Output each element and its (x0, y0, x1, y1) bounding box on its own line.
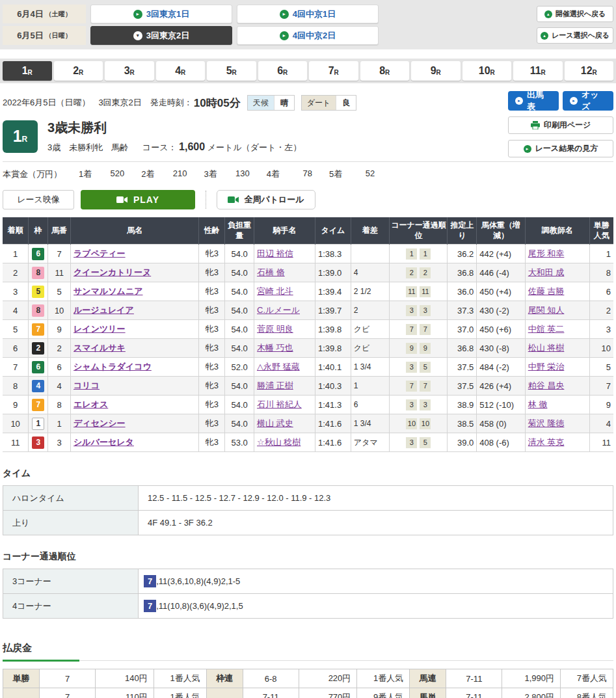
race-tab-8r[interactable]: 8R (360, 61, 410, 81)
frame-number: 7 (29, 396, 48, 414)
back-to-race-select-button[interactable]: ▲ レース選択へ戻る (537, 27, 613, 44)
jockey-name-link[interactable]: 宮崎 北斗 (257, 286, 293, 296)
back-button-label: 開催選択へ戻る (556, 9, 606, 19)
payout-amount: 110円 (96, 688, 154, 698)
course-label: コース： (142, 142, 177, 152)
corner-positions: 11 (390, 245, 448, 263)
finish-position: 5 (3, 320, 29, 339)
back-button-label: レース選択へ戻る (552, 31, 609, 40)
horse-name-link[interactable]: レインツリー (74, 324, 126, 334)
entry-table-button[interactable]: ► 出馬表 (508, 91, 559, 111)
finish-time: 1:39.8 (315, 339, 351, 358)
race-tab-7r[interactable]: 7R (309, 61, 358, 81)
trainer-name-link[interactable]: 佐藤 吉勝 (528, 286, 565, 296)
jockey-name-link[interactable]: C.ルメール (257, 305, 300, 315)
nav-button-chukyo-day1[interactable]: ► 4回中京1日 (237, 5, 379, 23)
finish-position: 3 (3, 282, 29, 301)
jockey-name-link[interactable]: 勝浦 正樹 (257, 381, 293, 390)
race-tab-6r[interactable]: 6R (258, 61, 308, 81)
print-page-button[interactable]: 印刷用ページ (508, 116, 613, 134)
race-tab-9r[interactable]: 9R (411, 61, 461, 81)
combination: 7 (40, 669, 96, 688)
trainer-name-link[interactable]: 林 徹 (528, 399, 548, 409)
finish-time: 1:41.6 (315, 414, 351, 433)
horse-name-link[interactable]: エレオス (74, 399, 108, 409)
trainer-name-link[interactable]: 菊沢 隆徳 (528, 418, 565, 428)
tab-suffix: R (334, 69, 339, 76)
nav-button-tokyo-day1[interactable]: ► 3回東京1日 (90, 5, 232, 23)
patrol-video-button[interactable]: 全周パトロール (217, 190, 315, 209)
jockey-name-link[interactable]: 石橋 脩 (257, 267, 285, 277)
jockey-name-link[interactable]: 木幡 巧也 (257, 343, 293, 353)
race-tabs: 1R2R3R4R5R6R7R8R9R10R11R12R (0, 59, 616, 83)
margin: 1 (351, 377, 390, 396)
col-header-trainer: 調教師名 (525, 217, 589, 245)
jockey-name-link[interactable]: 石川 裕紀人 (257, 399, 302, 409)
jockey-name-link[interactable]: 田辺 裕信 (257, 248, 293, 258)
trainer-name-link[interactable]: 中舘 英二 (528, 324, 565, 334)
race-tab-2r[interactable]: 2R (54, 61, 103, 81)
combination: 7-11 (446, 688, 502, 698)
horse-name-link[interactable]: シャムトラダイコウ (74, 362, 152, 371)
odds-button[interactable]: ► オッズ (563, 91, 613, 111)
margin: 6 (351, 396, 390, 414)
bet-type-label: 複勝 (3, 688, 40, 698)
combination: 6-8 (243, 669, 299, 688)
corner-position-chip: 3 (406, 437, 417, 448)
nav-button-chukyo-day2[interactable]: ► 4回中京2日 (237, 26, 379, 45)
chevron-right-icon: ► (280, 10, 289, 19)
jockey-name-link[interactable]: △永野 猛蔵 (257, 362, 300, 371)
horse-name-link[interactable]: クイーンカトリーヌ (74, 267, 151, 277)
trainer-name-cell: 中野 栄治 (525, 358, 589, 377)
prize-amount: 78 (289, 168, 312, 180)
horse-name-link[interactable]: ルージュレイア (74, 305, 134, 315)
nav-button-label: 4回中京1日 (293, 8, 336, 20)
win-popularity: 1 (589, 245, 613, 263)
body-weight: 426 (+4) (477, 377, 525, 396)
win-popularity: 11 (589, 433, 613, 452)
sex-age: 牝3 (199, 396, 225, 414)
horse-name-link[interactable]: サンマルソムニア (74, 286, 142, 296)
corner-3-value: 7,11(3,6,10,8)(4,9)2,1-5 (139, 569, 613, 594)
jockey-name-link[interactable]: 菅原 明良 (257, 324, 293, 334)
race-tab-5r[interactable]: 5R (207, 61, 256, 81)
horse-name-link[interactable]: シルバーセレタ (74, 437, 134, 447)
last-up-value: 4F 49.1 - 3F 36.2 (139, 511, 613, 535)
results-guide-button[interactable]: ► レース結果の見方 (508, 140, 613, 157)
back-to-meeting-select-button[interactable]: ▲ 開催選択へ戻る (537, 6, 613, 22)
trainer-name-link[interactable]: 大和田 成 (528, 267, 565, 277)
horse-name-link[interactable]: コリコ (74, 381, 100, 390)
trainer-name-link[interactable]: 尾関 知人 (528, 305, 565, 315)
chevron-right-icon: ► (524, 145, 531, 153)
trainer-name-link[interactable]: 松山 将樹 (528, 343, 565, 353)
horse-name-link[interactable]: スマイルサキ (74, 343, 126, 353)
trainer-name-link[interactable]: 中野 栄治 (528, 362, 565, 371)
carried-weight: 54.0 (225, 245, 254, 263)
horse-name-link[interactable]: ディセンシー (74, 418, 126, 428)
date-text: 6月5日 (17, 30, 43, 42)
jockey-name-link[interactable]: 横山 武史 (257, 418, 293, 428)
race-tab-1r[interactable]: 1R (3, 61, 52, 81)
corner-position-chip: 7 (406, 381, 417, 392)
video-row: レース映像 PLAY 全周パトロール (3, 190, 613, 209)
corner-position-chip: 9 (406, 343, 417, 354)
race-tab-12r[interactable]: 12R (565, 61, 614, 81)
race-tab-3r[interactable]: 3R (105, 61, 154, 81)
race-tab-4r[interactable]: 4R (156, 61, 206, 81)
nav-button-tokyo-day2-selected[interactable]: ▼ 3回東京2日 (90, 26, 232, 45)
body-weight: 512 (-10) (477, 396, 525, 414)
horse-name-link[interactable]: ラブペティー (74, 248, 126, 258)
race-tab-10r[interactable]: 10R (462, 61, 512, 81)
play-video-button[interactable]: PLAY (81, 190, 195, 209)
corner-position-chip: 7 (420, 324, 431, 335)
trainer-name-link[interactable]: 清水 英克 (528, 437, 565, 447)
trainer-name-cell: 中舘 英二 (525, 320, 589, 339)
bet-type-label: ワイド (207, 688, 243, 698)
trainer-name-link[interactable]: 粕谷 昌央 (528, 381, 565, 390)
jockey-name-link[interactable]: ☆秋山 稔樹 (257, 437, 301, 447)
carried-weight: 54.0 (225, 339, 254, 358)
horse-name-cell: シャムトラダイコウ (71, 358, 199, 377)
corner-3-row: 3コーナー 7,11(3,6,10,8)(4,9)2,1-5 (3, 569, 613, 594)
trainer-name-link[interactable]: 尾形 和幸 (528, 248, 565, 258)
race-tab-11r[interactable]: 11R (513, 61, 563, 81)
